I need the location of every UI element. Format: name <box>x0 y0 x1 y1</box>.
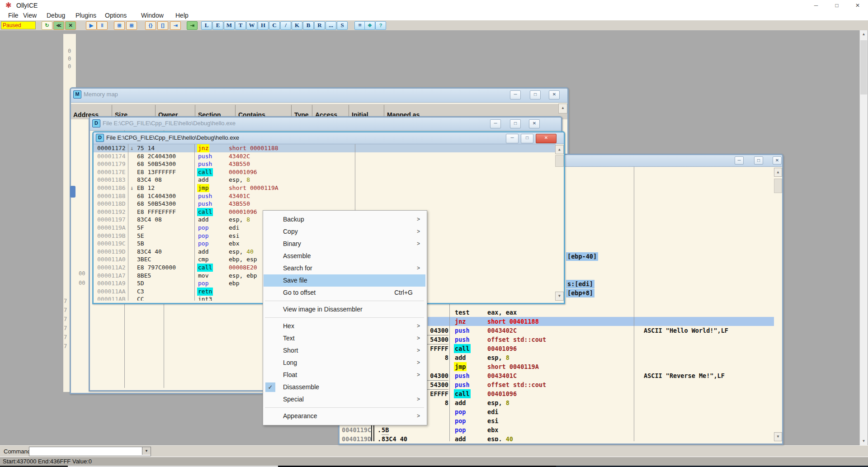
command-input[interactable] <box>29 447 142 456</box>
close-button[interactable]: ✕ <box>529 119 540 128</box>
menu-view[interactable]: View <box>23 12 37 19</box>
menu-item-text[interactable]: Text> <box>264 332 425 344</box>
command-combobox[interactable]: ▼ <box>29 447 151 456</box>
scroll-down-icon[interactable]: ▼ <box>555 292 564 301</box>
scroll-down-icon[interactable]: ▼ <box>774 432 782 441</box>
menu-window[interactable]: Window <box>141 12 164 19</box>
dropdown-arrow-icon[interactable]: ▼ <box>142 447 151 455</box>
pane-button-m[interactable]: M <box>224 21 235 30</box>
pane-button-h[interactable]: H <box>258 21 269 30</box>
app-maximize-button[interactable]: □ <box>826 0 847 11</box>
pane-button-s[interactable]: S <box>337 21 348 30</box>
scroll-up-icon[interactable]: ▲ <box>558 104 567 113</box>
step-into-button[interactable]: {} <box>145 21 156 30</box>
menu-item-backup[interactable]: Backup> <box>264 213 425 226</box>
pane-button-e[interactable]: E <box>212 21 223 30</box>
close-program-button[interactable]: ✕ <box>65 21 76 30</box>
minimize-button[interactable]: ─ <box>735 156 744 165</box>
address-cell: 0000118D <box>97 200 126 208</box>
disasm-row[interactable]: 0000117468 2C404300push43402C <box>94 152 556 160</box>
disasm-row[interactable]: 0000118D68 50B54300push43B550 <box>94 200 556 208</box>
close-button[interactable]: ✕ <box>549 90 560 99</box>
pane-button-b[interactable]: B <box>303 21 314 30</box>
menu-debug[interactable]: Debug <box>47 12 65 19</box>
pane-button-/[interactable]: / <box>280 21 291 30</box>
restart-button[interactable]: ≪ <box>53 21 64 30</box>
go-to-user-code-button[interactable]: ⇥ <box>187 21 198 30</box>
menu-item-long[interactable]: Long> <box>264 357 425 369</box>
step-over-button[interactable]: [] <box>157 21 168 30</box>
scroll-up-icon[interactable]: ▲ <box>555 145 564 154</box>
menu-item-label: Copy <box>283 226 298 238</box>
menu-help[interactable]: Help <box>175 12 189 19</box>
disasm-row[interactable]: 00001186↓EB 12jmpshort 0000119A <box>94 184 556 192</box>
memory-map-titlebar[interactable]: M Memory map ─ □ ✕ <box>71 89 567 103</box>
pane-button-k[interactable]: K <box>292 21 302 30</box>
close-button[interactable]: ✕ <box>773 156 782 165</box>
maximize-button[interactable]: □ <box>521 134 533 143</box>
disasm-row[interactable]: 0000118383C4 08addesp, 8 <box>94 176 556 184</box>
pause-button[interactable]: ‖ <box>97 21 108 30</box>
menu-plugins[interactable]: Plugins <box>75 12 96 19</box>
scroll-down-icon[interactable]: ▼ <box>860 437 868 445</box>
menu-item-hex[interactable]: Hex> <box>264 320 425 332</box>
run-button[interactable]: ▶ <box>86 21 97 30</box>
animate-into-button[interactable]: ⊞ <box>114 21 125 30</box>
menu-item-copy[interactable]: Copy> <box>264 226 425 238</box>
disasm-row[interactable]: 0040119D.83C4 40addesp, 40 <box>340 434 774 441</box>
menu-file[interactable]: File <box>8 12 19 19</box>
scroll-up-icon[interactable]: ▲ <box>860 30 868 38</box>
mnemonic-cell: pop <box>454 416 467 425</box>
mnemonic-cell: add <box>454 434 467 441</box>
active-window-titlebar[interactable]: D File E:\CPG_FILE\Cpp_FILE\hello\Debug\… <box>94 132 564 144</box>
file-window-icon: D <box>92 119 100 127</box>
maximize-button[interactable]: □ <box>754 156 763 165</box>
ollyice-application: ✱ OllyICE ─ □ ✕ FileViewDebugPluginsOpti… <box>0 0 868 467</box>
animate-over-button[interactable]: ⊞ <box>126 21 137 30</box>
menu-item-assemble[interactable]: Assemble <box>264 250 425 262</box>
close-button[interactable]: ✕ <box>536 134 557 143</box>
menu-options[interactable]: Options <box>105 12 127 19</box>
minimize-button[interactable]: ─ <box>490 119 501 128</box>
disasm-row[interactable]: 0040119C.5Bpopebx <box>340 425 774 434</box>
disasm-row[interactable]: 0000117968 50B54300push43B550 <box>94 160 556 168</box>
menu-item-short[interactable]: Short> <box>264 344 425 357</box>
scrollbar-thumb[interactable] <box>860 40 867 94</box>
app-close-button[interactable]: ✕ <box>847 0 868 11</box>
status-text: Start:437000 End:436FFF Value:0 <box>3 458 92 465</box>
log-window-button[interactable]: ≡ <box>354 21 365 30</box>
scrollbar-thumb[interactable] <box>555 155 564 167</box>
menu-item-search-for[interactable]: Search for> <box>264 262 425 274</box>
operand-cell: ebp <box>229 279 239 288</box>
menu-item-special[interactable]: Special> <box>264 393 425 406</box>
menu-item-binary[interactable]: Binary> <box>264 238 425 250</box>
pane-button-w[interactable]: W <box>246 21 257 30</box>
disasm-row[interactable]: 0000118868 1C404300push43401C <box>94 192 556 200</box>
pane-button-c[interactable]: C <box>269 21 280 30</box>
maximize-button[interactable]: □ <box>510 119 521 128</box>
disasm-row[interactable]: 00001172↓75 14jnzshort 00001188 <box>94 144 556 152</box>
menu-item-go-to-offset[interactable]: Go to offsetCtrl+G <box>264 287 425 299</box>
pane-button-r[interactable]: R <box>314 21 325 30</box>
pane-button-t[interactable]: T <box>235 21 246 30</box>
mdi-vertical-scrollbar[interactable]: ▲ ▼ <box>859 30 868 445</box>
app-minimize-button[interactable]: ─ <box>806 0 826 11</box>
windows-button[interactable]: ❖ <box>364 21 375 30</box>
menu-item-appearance[interactable]: Appearance> <box>264 410 425 422</box>
menu-item-disassemble[interactable]: ✓Disassemble <box>264 381 425 393</box>
menu-item-view-image-in-disassembler[interactable]: View image in Disassembler <box>264 303 425 316</box>
scroll-up-icon[interactable]: ▲ <box>774 168 782 177</box>
scrollbar-thumb[interactable] <box>774 179 782 193</box>
menu-item-float[interactable]: Float> <box>264 369 425 381</box>
pane-button-l[interactable]: L <box>201 21 212 30</box>
menu-item-save-file[interactable]: Save file <box>264 274 425 287</box>
file-window-titlebar[interactable]: D File E:\CPG_FILE\Cpp_FILE\hello\Debug\… <box>90 118 561 131</box>
pane-button-dots[interactable]: ... <box>326 21 336 30</box>
help-button[interactable]: ? <box>375 21 386 30</box>
minimize-button[interactable]: ─ <box>506 134 519 143</box>
disasm-row[interactable]: 0000117EE8 13FFFFFFcall00001096 <box>94 168 556 176</box>
maximize-button[interactable]: □ <box>530 90 541 99</box>
open-file-button[interactable]: ↻ <box>42 21 52 30</box>
minimize-button[interactable]: ─ <box>510 90 521 99</box>
execute-till-return-button[interactable]: ⇥ <box>170 21 181 30</box>
